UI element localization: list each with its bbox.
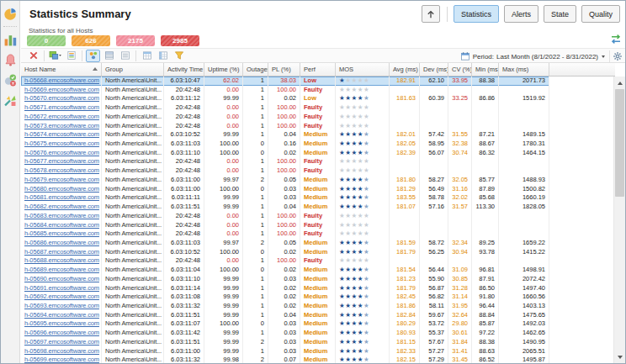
table-row[interactable]: h-05678.emcosoftware.comNorth America\Un… (21, 166, 549, 176)
column-header-avg-ms[interactable]: Avg (ms) (390, 63, 420, 76)
host-link[interactable]: h-05676.emcosoftware.com (24, 149, 99, 156)
table-row[interactable]: h-05677.emcosoftware.comNorth America\Un… (21, 157, 549, 166)
host-link[interactable]: h-05686.emcosoftware.com (24, 239, 99, 246)
host-link[interactable]: h-05688.emcosoftware.com (24, 256, 99, 264)
host-link[interactable]: h-05675.emcosoftware.com (24, 140, 99, 147)
scroll-down-button[interactable] (614, 351, 625, 362)
horizontal-panels-view-icon[interactable] (102, 50, 116, 62)
filter-icon[interactable] (172, 50, 186, 62)
host-link[interactable]: h-05694.emcosoftware.com (24, 311, 99, 319)
performance-icon[interactable] (3, 93, 18, 108)
host-link[interactable]: h-05677.emcosoftware.com (24, 157, 99, 165)
host-link[interactable]: h-05669.emcosoftware.com (24, 86, 99, 93)
table-row[interactable]: h-05687.emcosoftware.comNorth America\Un… (21, 248, 549, 257)
host-link[interactable]: h-05699.emcosoftware.com (24, 356, 99, 363)
host-icons-view-icon[interactable] (86, 50, 100, 62)
column-header-min-ms[interactable]: Min (ms) (472, 63, 499, 76)
host-state-icon[interactable] (3, 73, 18, 87)
host-link[interactable]: h-05670.emcosoftware.com (24, 94, 99, 102)
collapse-panel-button[interactable] (422, 5, 440, 23)
export-dropdown-icon[interactable] (48, 50, 62, 62)
column-header-group[interactable]: Group (102, 63, 164, 76)
table-row[interactable]: h-05683.emcosoftware.comNorth America\Un… (21, 212, 549, 221)
delete-icon[interactable] (26, 50, 40, 62)
table-row[interactable]: h-05668.emcosoftware.comNorth America\Un… (21, 76, 549, 86)
tab-alerts[interactable]: Alerts (504, 5, 538, 23)
host-link[interactable]: h-05681.emcosoftware.com (24, 193, 99, 201)
pie-chart-icon[interactable] (3, 7, 18, 21)
grid-header-view-icon[interactable] (140, 50, 154, 62)
host-link[interactable]: h-05690.emcosoftware.com (24, 275, 99, 282)
host-link[interactable]: h-05698.emcosoftware.com (24, 347, 99, 355)
vertical-scrollbar[interactable] (613, 76, 625, 363)
host-link[interactable]: h-05684.emcosoftware.com (24, 221, 99, 229)
period-selector[interactable]: Period: Last Month (8/1/2022 - 8/31/2022… (460, 49, 605, 64)
host-link[interactable]: h-05697.emcosoftware.com (24, 338, 99, 346)
host-link[interactable]: h-05693.emcosoftware.com (24, 302, 99, 309)
table-row[interactable]: h-05679.emcosoftware.comNorth America\Un… (21, 176, 549, 185)
column-header-uptime[interactable]: Uptime (%) (204, 63, 243, 76)
swap-columns-icon[interactable] (610, 33, 622, 44)
host-link[interactable]: h-05674.emcosoftware.com (24, 130, 99, 138)
scroll-up-button[interactable] (614, 77, 625, 88)
alarm-bell-icon[interactable] (3, 53, 18, 67)
table-row[interactable]: h-05680.emcosoftware.comNorth America\Un… (21, 185, 549, 194)
settings-gear-icon[interactable] (609, 50, 623, 62)
host-link[interactable]: h-05672.emcosoftware.com (24, 113, 99, 120)
table-row[interactable]: h-05690.emcosoftware.comNorth America\Un… (21, 275, 549, 284)
list-view-icon[interactable] (118, 50, 132, 62)
table-row[interactable]: h-05672.emcosoftware.comNorth America\Un… (21, 113, 549, 122)
host-link[interactable]: h-05680.emcosoftware.com (24, 185, 99, 193)
table-row[interactable]: h-05671.emcosoftware.comNorth America\Un… (21, 103, 549, 113)
bar-chart-icon[interactable] (3, 33, 18, 47)
host-link[interactable]: h-05678.emcosoftware.com (24, 166, 99, 174)
column-header-mos[interactable]: MOS (336, 63, 390, 76)
host-link[interactable]: h-05696.emcosoftware.com (24, 329, 99, 336)
table-row[interactable]: h-05699.emcosoftware.comNorth America\Un… (21, 356, 549, 363)
host-link[interactable]: h-05695.emcosoftware.com (24, 319, 99, 327)
table-row[interactable]: h-05684.emcosoftware.comNorth America\Un… (21, 221, 549, 230)
table-row[interactable]: h-05695.emcosoftware.comNorth America\Un… (21, 319, 549, 329)
table-row[interactable]: h-05682.emcosoftware.comNorth America\Un… (21, 203, 549, 212)
column-header-activity-time[interactable]: Activity Time (164, 63, 204, 76)
host-link[interactable]: h-05671.emcosoftware.com (24, 103, 99, 111)
host-link[interactable]: h-05679.emcosoftware.com (24, 176, 99, 183)
column-header-cv[interactable]: CV (%) (448, 63, 472, 76)
host-link[interactable]: h-05689.emcosoftware.com (24, 266, 99, 273)
column-header-perf[interactable]: Perf (300, 63, 336, 76)
tab-statistics[interactable]: Statistics (454, 5, 499, 23)
table-row[interactable]: h-05685.emcosoftware.comNorth America\Un… (21, 229, 549, 239)
table-row[interactable]: h-05688.emcosoftware.comNorth America\Un… (21, 256, 549, 266)
table-row[interactable]: h-05692.emcosoftware.comNorth America\Un… (21, 293, 549, 302)
column-header-outages[interactable]: Outages (243, 63, 268, 76)
scrollbar-thumb[interactable] (615, 89, 624, 197)
host-link[interactable]: h-05682.emcosoftware.com (24, 203, 99, 210)
tab-quality[interactable]: Quality (581, 5, 620, 23)
report-icon[interactable] (64, 50, 78, 62)
table-row[interactable]: h-05670.emcosoftware.comNorth America\Un… (21, 94, 549, 103)
host-link[interactable]: h-05687.emcosoftware.com (24, 248, 99, 256)
host-link[interactable]: h-05685.emcosoftware.com (24, 229, 99, 237)
table-row[interactable]: h-05698.emcosoftware.comNorth America\Un… (21, 347, 549, 356)
table-row[interactable]: h-05693.emcosoftware.comNorth America\Un… (21, 302, 549, 311)
table-row[interactable]: h-05675.emcosoftware.comNorth America\Un… (21, 140, 549, 149)
tab-state[interactable]: State (544, 5, 576, 23)
table-row[interactable]: h-05686.emcosoftware.comNorth America\Un… (21, 239, 549, 248)
column-header-max-ms[interactable]: Max (ms) (499, 63, 549, 76)
column-header-dev-ms[interactable]: Dev (ms) (420, 63, 448, 76)
host-link[interactable]: h-05683.emcosoftware.com (24, 212, 99, 219)
table-row[interactable]: h-05696.emcosoftware.comNorth America\Un… (21, 329, 549, 338)
table-row[interactable]: h-05669.emcosoftware.comNorth America\Un… (21, 86, 549, 95)
host-link[interactable]: h-05691.emcosoftware.com (24, 284, 99, 292)
table-row[interactable]: h-05681.emcosoftware.comNorth America\Un… (21, 193, 549, 203)
column-header-host-name[interactable]: Host Name (21, 63, 102, 76)
column-header-pl[interactable]: PL (%) (268, 63, 300, 76)
table-row[interactable]: h-05694.emcosoftware.comNorth America\Un… (21, 311, 549, 320)
host-link[interactable]: h-05692.emcosoftware.com (24, 293, 99, 300)
table-row[interactable]: h-05689.emcosoftware.comNorth America\Un… (21, 266, 549, 275)
table-row[interactable]: h-05691.emcosoftware.comNorth America\Un… (21, 284, 549, 293)
table-row[interactable]: h-05697.emcosoftware.comNorth America\Un… (21, 338, 549, 347)
table-row[interactable]: h-05674.emcosoftware.comNorth America\Un… (21, 130, 549, 140)
table-row[interactable]: h-05673.emcosoftware.comNorth America\Un… (21, 122, 549, 131)
host-link[interactable]: h-05668.emcosoftware.com (24, 76, 99, 84)
